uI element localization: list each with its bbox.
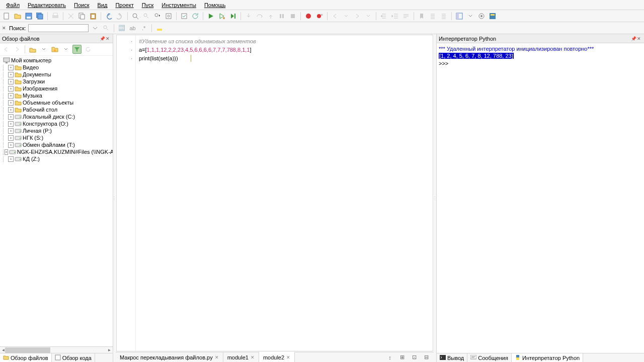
folder-drop-icon[interactable]	[39, 45, 48, 54]
search-word-icon[interactable]: ab	[128, 24, 137, 33]
comment-icon[interactable]	[401, 12, 411, 21]
expand-icon[interactable]: +	[8, 142, 14, 148]
menu-help[interactable]: Помощь	[200, 1, 230, 9]
favorites-drop-icon[interactable]	[61, 45, 70, 54]
nav-fwd-drop-icon[interactable]	[364, 12, 373, 21]
nav-fwd-icon[interactable]	[353, 12, 362, 21]
replace-icon[interactable]	[153, 12, 162, 21]
menu-project[interactable]: Проект	[111, 1, 137, 9]
search-case-icon[interactable]: 🔤	[117, 24, 126, 33]
step-out-icon[interactable]	[266, 12, 275, 21]
search-highlight-icon[interactable]	[155, 24, 164, 33]
open-folder-icon[interactable]	[13, 12, 22, 21]
nav-back-icon[interactable]	[331, 12, 340, 21]
expand-icon[interactable]: +	[5, 149, 8, 155]
tree-node[interactable]: +Загрузки	[1, 78, 112, 85]
run-to-cursor-icon[interactable]	[228, 12, 237, 21]
refresh-icon[interactable]	[191, 12, 200, 21]
tree-node[interactable]: +Рабочий стол	[1, 106, 112, 113]
editor-tab-module2[interactable]: module2 ✕	[259, 352, 295, 362]
python-console[interactable]: *** Удаленный интерпретатор инициализиро…	[437, 43, 644, 353]
tree-node[interactable]: +Документы	[1, 71, 112, 78]
search-next-icon[interactable]	[102, 24, 111, 33]
tree-node[interactable]: +КД (Z:)	[1, 155, 112, 162]
close-search-icon[interactable]: ✕	[2, 26, 7, 31]
expand-icon[interactable]: +	[8, 128, 14, 134]
menu-edit[interactable]: Редактировать	[24, 1, 70, 9]
stop-icon[interactable]	[288, 12, 297, 21]
tree-scrollbar[interactable]: ◄ ►	[0, 346, 113, 353]
tree-node[interactable]: +Объемные объекты	[1, 99, 112, 106]
bookmark-prev-icon[interactable]	[428, 12, 437, 21]
tab-code-browser[interactable]: Обзор кода	[52, 353, 95, 362]
copy-icon[interactable]	[77, 12, 87, 21]
splitter-left[interactable]: ···	[113, 34, 116, 362]
filter-icon[interactable]	[72, 45, 82, 54]
cut-icon[interactable]	[66, 12, 75, 21]
check-syntax-icon[interactable]	[180, 12, 189, 21]
print-icon[interactable]	[51, 12, 60, 21]
menu-tools[interactable]: Инструменты	[157, 1, 200, 9]
clear-breakpoints-icon[interactable]	[315, 12, 324, 21]
find-next-icon[interactable]	[142, 12, 151, 21]
expand-icon[interactable]: +	[8, 86, 14, 92]
tree-root[interactable]: Мой компьютер	[1, 57, 112, 64]
splitter-right[interactable]: ···	[434, 34, 436, 362]
expand-icon[interactable]: +	[8, 156, 14, 162]
close-icon[interactable]: ✕	[637, 36, 642, 41]
close-tab-icon[interactable]: ✕	[215, 355, 219, 360]
tree-node[interactable]: +Конструктора (O:)	[1, 120, 112, 127]
find-icon[interactable]	[131, 12, 140, 21]
editor-tab-module1[interactable]: module1 ✕	[223, 352, 259, 362]
menu-run[interactable]: Пуск	[138, 1, 158, 9]
tree-node[interactable]: +NGK-EHZ#SA.KUZMIN#Files (\\NGK-AS-0	[1, 148, 112, 155]
new-file-icon[interactable]	[2, 12, 11, 21]
find-in-files-icon[interactable]	[164, 12, 173, 21]
editor-content[interactable]: #Удаление из списка одинаковых элементов…	[136, 35, 433, 351]
tab-output[interactable]: Вывод	[437, 353, 467, 362]
expand-icon[interactable]: +	[8, 121, 14, 127]
indent-icon[interactable]	[379, 12, 388, 21]
step-over-icon[interactable]	[255, 12, 264, 21]
tree-node[interactable]: +НГК (S:)	[1, 134, 112, 141]
expand-icon[interactable]: +	[8, 114, 14, 120]
menu-search[interactable]: Поиск	[70, 1, 93, 9]
close-icon[interactable]: ✕	[106, 36, 111, 41]
encoding-icon[interactable]: ⊞	[397, 353, 407, 362]
editor-tab-macro[interactable]: Макрос перекладывания файлов.py ✕	[116, 352, 223, 362]
insert-mode-icon[interactable]: ⊟	[422, 353, 431, 362]
scroll-right-icon[interactable]: ►	[106, 347, 113, 353]
expand-icon[interactable]: +	[8, 107, 14, 113]
run-icon[interactable]	[206, 12, 215, 21]
pause-icon[interactable]	[277, 12, 286, 21]
close-tab-icon[interactable]: ✕	[251, 355, 255, 360]
expand-icon[interactable]: +	[8, 93, 14, 99]
menu-file[interactable]: Файл	[2, 1, 24, 9]
tree-node[interactable]: +Обмен файлами (T:)	[1, 141, 112, 148]
breakpoint-icon[interactable]	[304, 12, 313, 21]
nav-back-drop-icon[interactable]	[342, 12, 351, 21]
search-regex-icon[interactable]: .*	[139, 24, 148, 33]
code-editor[interactable]: · · · #Удаление из списка одинаковых эле…	[116, 35, 433, 351]
pin-icon[interactable]: 📌	[631, 36, 636, 41]
save-icon[interactable]	[24, 12, 33, 21]
python-icon[interactable]	[488, 12, 497, 21]
nav-back-icon[interactable]	[2, 45, 11, 54]
tab-interpreter[interactable]: Интерпретатор Python	[512, 353, 583, 362]
debug-icon[interactable]	[217, 12, 226, 21]
tree-node[interactable]: +Видео	[1, 64, 112, 71]
tab-messages[interactable]: Сообщения	[467, 353, 512, 362]
step-into-icon[interactable]	[244, 12, 253, 21]
expand-icon[interactable]: +	[8, 100, 14, 106]
favorites-icon[interactable]	[50, 45, 59, 54]
save-all-icon[interactable]	[35, 12, 44, 21]
tree-node[interactable]: +Личная (P:)	[1, 127, 112, 134]
console-prompt[interactable]: >>>	[439, 60, 642, 67]
options-icon[interactable]	[477, 12, 486, 21]
position-icon[interactable]: ⊡	[410, 353, 419, 362]
nav-fwd-icon[interactable]	[13, 45, 22, 54]
tree-node[interactable]: +Изображения	[1, 85, 112, 92]
bookmark-icon[interactable]	[417, 12, 426, 21]
menu-view[interactable]: Вид	[94, 1, 112, 9]
bookmark-next-icon[interactable]	[439, 12, 448, 21]
